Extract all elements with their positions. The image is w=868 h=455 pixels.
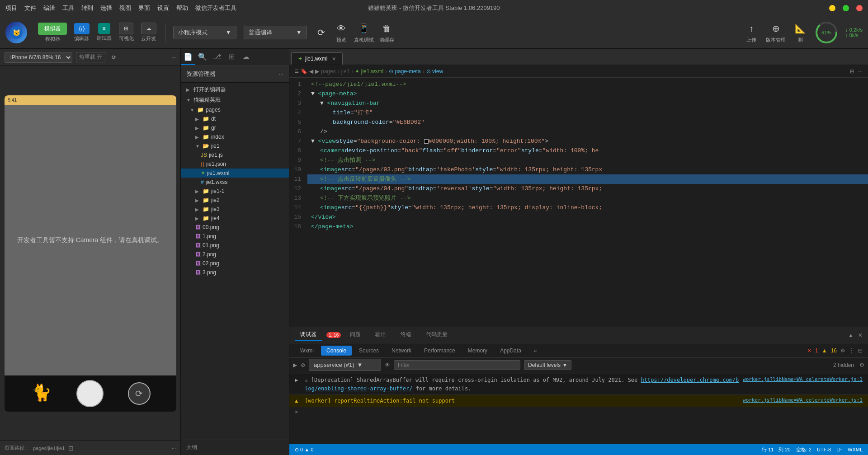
refresh-button[interactable]: ⟳ [314, 25, 329, 40]
devtools-tab-output[interactable]: 输出 [370, 329, 392, 341]
editor-tab-jie1wxml[interactable]: ✦ jie1.wxml ✕ [291, 52, 343, 65]
code-editor[interactable]: 12345 678910 111213141516 <!--pages/jie1… [289, 78, 868, 327]
clear-cache-button[interactable]: 🗑 [379, 21, 394, 36]
console-block-icon[interactable]: ⊘ [301, 362, 305, 368]
breadcrumb-page-meta[interactable]: ⊙ page-meta [389, 68, 421, 75]
tree-folder-gr[interactable]: ▶ 📁 gr [181, 123, 289, 132]
real-debug-button[interactable]: 📱 [357, 21, 371, 36]
menu-settings[interactable]: 设置 [157, 4, 169, 12]
menu-tools[interactable]: 工具 [62, 4, 74, 12]
menu-edit[interactable]: 编辑 [43, 4, 55, 12]
subtab-console[interactable]: Console [321, 346, 352, 356]
menu-wechat-devtools[interactable]: 微信开发者工具 [195, 4, 236, 12]
outline-section[interactable]: 大纲 [181, 440, 289, 455]
menu-goto[interactable]: 转到 [81, 4, 93, 12]
shutter-button[interactable] [76, 380, 104, 407]
filetree-tab-cloud[interactable]: ☁ [239, 49, 253, 65]
menu-help[interactable]: 帮助 [176, 4, 188, 12]
version-button[interactable]: ⊕ [769, 21, 783, 36]
devtools-tab-quality[interactable]: 代码质量 [420, 329, 453, 341]
subtab-performance[interactable]: Performance [419, 346, 461, 356]
menu-file[interactable]: 文件 [24, 4, 36, 12]
tree-file-jie1wxml[interactable]: ✦ jie1.wxml [181, 169, 289, 178]
debugger-button[interactable]: ≡ [98, 23, 110, 34]
tree-folder-index[interactable]: ▶ 📁 index [181, 132, 289, 141]
devtools-tab-debugger[interactable]: 调试器 [295, 329, 322, 341]
subtab-memory[interactable]: Memory [462, 346, 493, 356]
tree-file-jie1json[interactable]: {} jie1.json [181, 159, 289, 169]
maximize-button[interactable] [843, 5, 849, 11]
code-content[interactable]: <!--pages/jie1/jie1.wxml--> ▼ <page-meta… [307, 78, 868, 327]
subtab-appdata[interactable]: AppData [495, 346, 527, 356]
console-settings-icon[interactable]: ⚙ [859, 362, 864, 368]
filetree-tab-search[interactable]: 🔍 [195, 49, 210, 65]
subtab-network[interactable]: Network [386, 346, 417, 356]
devtools-tab-issues[interactable]: 问题 [344, 329, 366, 341]
filetree-tab-grid[interactable]: ⊞ [224, 49, 239, 65]
subtab-wxml[interactable]: Wxml [295, 346, 319, 356]
minimize-button[interactable] [829, 5, 835, 11]
upload-button[interactable]: ↑ [744, 21, 759, 36]
filetree-tab-git[interactable]: ⎇ [210, 49, 224, 65]
menu-view[interactable]: 视图 [119, 4, 131, 12]
tree-file-1png[interactable]: 🖼 1.png [181, 232, 289, 241]
reload-button[interactable]: ⟳ [109, 52, 119, 62]
tree-file-00png[interactable]: 🖼 00.png [181, 223, 289, 232]
sim-footer-settings-icon[interactable]: ⊡ [68, 445, 74, 452]
breadcrumb-back[interactable]: ◀ [309, 68, 313, 75]
breadcrumb-forward[interactable]: ▶ [315, 68, 319, 75]
tree-file-2png[interactable]: 🖼 2.png [181, 250, 289, 259]
camera-switch-button[interactable]: ⟳ [128, 382, 151, 405]
preview-button[interactable]: 👁 [334, 21, 349, 36]
menu-select[interactable]: 选择 [100, 4, 112, 12]
breadcrumb-file[interactable]: ✦ jie1.wxml [355, 68, 383, 75]
breadcrumb-view[interactable]: ⊙ view [426, 68, 443, 75]
warning-source[interactable]: worker.js?libName=WA_celerateWorker.js:1 [743, 397, 863, 404]
simulator-button[interactable]: 模拟器 [38, 23, 67, 35]
tree-folder-jie4[interactable]: ▶ 📁 jie4 [181, 214, 289, 223]
cloud-button[interactable]: ☁ [141, 23, 156, 34]
tree-folder-dt[interactable]: ▶ 📁 dt [181, 114, 289, 123]
subtab-more[interactable]: » [528, 346, 542, 356]
tab-close-button[interactable]: ✕ [332, 56, 336, 62]
sim-footer-more-icon[interactable]: ··· [172, 446, 176, 451]
console-more-icon[interactable]: ⋮ [849, 347, 854, 354]
device-selector[interactable]: iPhone 6/7/8 85% 16 [5, 52, 72, 63]
devtools-close-button[interactable]: ✕ [858, 332, 863, 338]
filetree-more-button[interactable]: ··· [279, 71, 283, 77]
tree-file-02png[interactable]: 🖼 02.png [181, 259, 289, 268]
measure-button[interactable]: 📐 [793, 21, 807, 36]
filetree-tab-files[interactable]: 📄 [181, 49, 195, 65]
console-play-icon[interactable]: ▶ [293, 362, 297, 368]
close-button[interactable] [856, 5, 863, 11]
tree-folder-jie3[interactable]: ▶ 📁 jie3 [181, 205, 289, 214]
editor-more-button[interactable]: ··· [858, 68, 863, 75]
level-selector[interactable]: Default levels ▼ [524, 360, 571, 370]
tree-group-project[interactable]: ▼ 猫猫精英班 [181, 95, 289, 105]
appservice-selector[interactable]: appservice (#1) ▼ [309, 359, 381, 371]
tree-file-jie1wxss[interactable]: # jie1.wxss [181, 178, 289, 187]
tree-file-jie1js[interactable]: JS jie1.js [181, 150, 289, 159]
mode-dropdown[interactable]: 小程序模式 ▼ [173, 26, 236, 39]
compile-dropdown[interactable]: 普通编译 ▼ [244, 26, 307, 39]
subtab-sources[interactable]: Sources [354, 346, 384, 356]
visualize-button[interactable]: ⊞ [119, 23, 133, 34]
editor-split-button[interactable]: ⊟ [850, 68, 854, 75]
devtools-expand-button[interactable]: ▲ [848, 332, 854, 338]
tree-file-01png[interactable]: 🖼 01.png [181, 241, 289, 250]
deprecation-source[interactable]: worker.js?libName=WA_celerateWorker.js:1 [743, 376, 863, 384]
tree-folder-pages[interactable]: ▼ 📁 pages [181, 105, 289, 114]
editor-button[interactable]: ⟨/⟩ [74, 23, 90, 34]
tree-folder-jie1[interactable]: ▼ 📂 jie1 [181, 141, 289, 150]
eye-console-icon[interactable]: 👁 [385, 362, 390, 368]
devtools-tab-terminal[interactable]: 终端 [395, 329, 417, 341]
hot-reload-toggle[interactable]: 热重载 开 [76, 52, 105, 62]
tree-group-open-editors[interactable]: ▶ 打开的编辑器 [181, 84, 289, 95]
menu-project[interactable]: 项目 [5, 4, 17, 12]
simulator-more-button[interactable]: ··· [171, 54, 176, 61]
tree-folder-jie1-1[interactable]: ▶ 📁 jie1-1 [181, 187, 289, 196]
tree-folder-jie2[interactable]: ▶ 📁 jie2 [181, 196, 289, 205]
settings-icon[interactable]: ⚙ [840, 347, 845, 354]
console-split-icon[interactable]: ⊟ [858, 347, 863, 354]
tree-file-3png[interactable]: 🖼 3.png [181, 268, 289, 277]
